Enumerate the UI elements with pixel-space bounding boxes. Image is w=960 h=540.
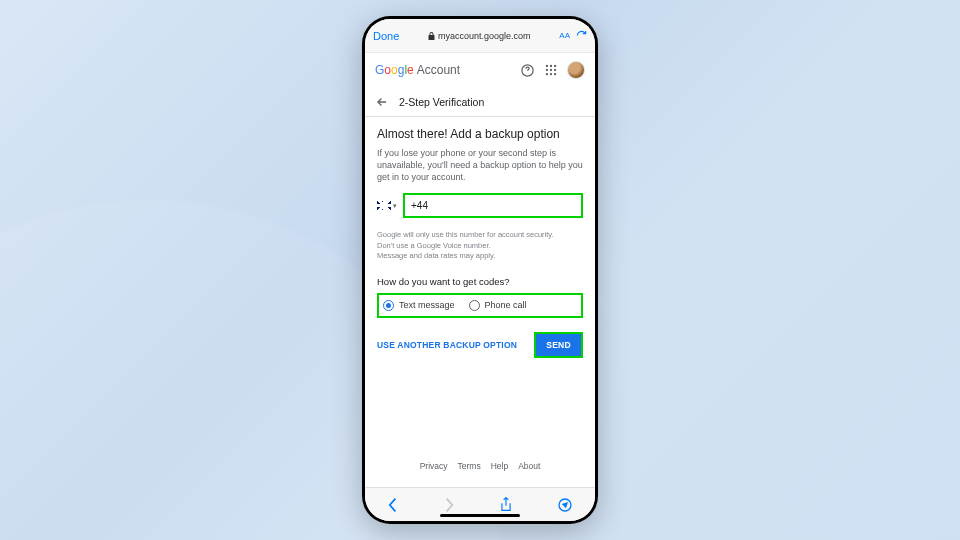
- subheader-title: 2-Step Verification: [399, 96, 484, 108]
- subheader: 2-Step Verification: [365, 87, 595, 117]
- done-button[interactable]: Done: [373, 30, 399, 42]
- share-icon[interactable]: [499, 496, 513, 513]
- footer-about[interactable]: About: [518, 461, 540, 471]
- svg-point-7: [546, 73, 548, 75]
- nav-back-icon[interactable]: [387, 497, 399, 513]
- option-text-message[interactable]: Text message: [383, 300, 455, 311]
- send-highlight: SEND: [534, 332, 583, 358]
- apps-grid-icon[interactable]: [543, 62, 559, 78]
- url-text: myaccount.google.com: [438, 31, 531, 41]
- legal-line-3: Message and data rates may apply.: [377, 251, 583, 262]
- app-header: Google Account: [365, 53, 595, 87]
- legal-line-2: Don't use a Google Voice number.: [377, 241, 583, 252]
- footer-terms[interactable]: Terms: [458, 461, 481, 471]
- help-icon[interactable]: [519, 62, 535, 78]
- screen: Done myaccount.google.com AA Google Acco…: [365, 19, 595, 521]
- svg-point-2: [550, 65, 552, 67]
- back-arrow-icon[interactable]: [375, 95, 389, 109]
- home-indicator: [440, 514, 520, 517]
- option-phone-call[interactable]: Phone call: [469, 300, 527, 311]
- svg-point-4: [546, 69, 548, 71]
- google-account-logo: Google Account: [375, 63, 460, 77]
- legal-line-1: Google will only use this number for acc…: [377, 230, 583, 241]
- chevron-down-icon: ▾: [393, 202, 397, 210]
- phone-number-input[interactable]: [403, 193, 583, 218]
- legal-text: Google will only use this number for acc…: [377, 230, 583, 262]
- svg-point-8: [550, 73, 552, 75]
- footer-help[interactable]: Help: [491, 461, 508, 471]
- svg-point-1: [546, 65, 548, 67]
- codes-question: How do you want to get codes?: [377, 276, 583, 287]
- page-description: If you lose your phone or your second st…: [377, 147, 583, 183]
- footer-privacy[interactable]: Privacy: [420, 461, 448, 471]
- footer-links: Privacy Terms Help About: [377, 455, 583, 477]
- svg-point-9: [554, 73, 556, 75]
- main-content: Almost there! Add a backup option If you…: [365, 117, 595, 487]
- phone-input-row: ▾: [377, 193, 583, 218]
- reload-icon[interactable]: [576, 30, 587, 41]
- lock-icon: [428, 32, 435, 40]
- avatar[interactable]: [567, 61, 585, 79]
- svg-point-3: [554, 65, 556, 67]
- svg-point-6: [554, 69, 556, 71]
- text-size-button[interactable]: AA: [559, 31, 570, 40]
- radio-selected-icon: [383, 300, 394, 311]
- radio-unselected-icon: [469, 300, 480, 311]
- uk-flag-icon: [377, 201, 391, 210]
- page-title: Almost there! Add a backup option: [377, 127, 583, 141]
- option-phone-call-label: Phone call: [485, 300, 527, 310]
- svg-point-5: [550, 69, 552, 71]
- codes-options: Text message Phone call: [377, 293, 583, 318]
- safari-compass-icon[interactable]: [557, 497, 573, 513]
- action-row: USE ANOTHER BACKUP OPTION SEND: [377, 332, 583, 358]
- send-button[interactable]: SEND: [536, 334, 581, 356]
- country-selector[interactable]: ▾: [377, 201, 397, 210]
- option-text-message-label: Text message: [399, 300, 455, 310]
- url-bar[interactable]: myaccount.google.com: [428, 31, 531, 41]
- nav-forward-icon: [443, 497, 455, 513]
- use-another-backup-link[interactable]: USE ANOTHER BACKUP OPTION: [377, 340, 517, 350]
- browser-top-bar: Done myaccount.google.com AA: [365, 19, 595, 53]
- phone-frame: Done myaccount.google.com AA Google Acco…: [362, 16, 598, 524]
